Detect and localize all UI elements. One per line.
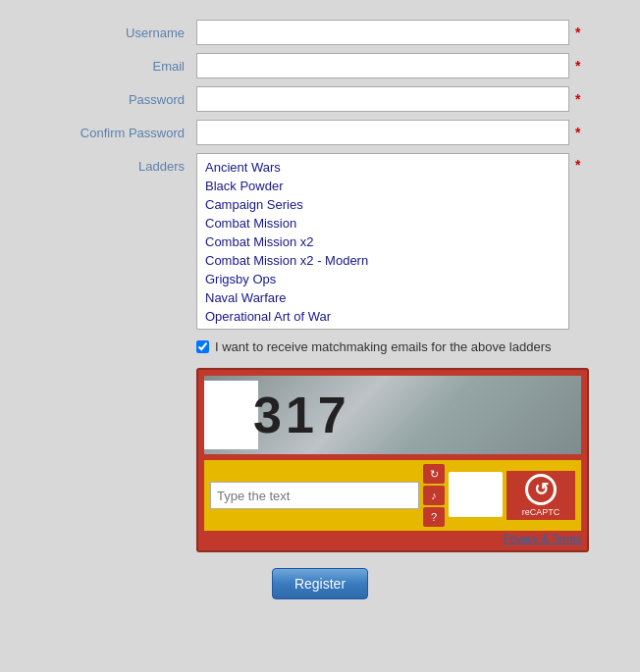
- email-row: Email *: [20, 53, 620, 78]
- recaptcha-image: 317: [204, 376, 581, 454]
- recaptcha-white-box: [204, 381, 258, 449]
- confirm-password-required: *: [575, 125, 580, 140]
- recaptcha-logo-text: reCAPTC: [522, 507, 560, 517]
- confirm-password-row: Confirm Password *: [20, 120, 620, 145]
- confirm-password-input[interactable]: [196, 120, 569, 145]
- username-label: Username: [20, 26, 196, 40]
- email-input-wrapper: *: [196, 53, 620, 78]
- ladder-item[interactable]: Operational Art of War: [197, 307, 568, 326]
- confirm-password-input-wrapper: *: [196, 120, 620, 145]
- ladders-label: Ladders: [20, 153, 196, 174]
- ladder-item[interactable]: Combat Mission x2 - Modern: [197, 251, 568, 270]
- privacy-terms-link[interactable]: Privacy & Terms: [204, 533, 581, 544]
- recaptcha-icon-buttons: ↻ ♪ ?: [423, 464, 445, 527]
- recaptcha-logo: ↺ reCAPTC: [507, 471, 575, 520]
- recaptcha-logo-circle: ↺: [525, 474, 557, 505]
- ladders-row: Ladders Ancient WarsBlack PowderCampaign…: [20, 153, 620, 330]
- ladder-item[interactable]: Ancient Wars: [197, 158, 568, 177]
- password-input[interactable]: [196, 86, 569, 112]
- recaptcha-logo-arrow: ↺: [534, 479, 549, 500]
- password-required: *: [575, 91, 580, 107]
- recaptcha-audio-button[interactable]: ♪: [423, 486, 445, 505]
- ladders-required: *: [575, 157, 580, 173]
- matchmaking-checkbox[interactable]: [196, 340, 209, 353]
- ladder-item[interactable]: Grigsby Ops: [197, 270, 568, 288]
- password-input-wrapper: *: [196, 86, 620, 112]
- password-label: Password: [20, 92, 196, 107]
- recaptcha-container: 317 ↻ ♪ ? ↺ reCAPTC Privacy & Terms: [196, 368, 589, 552]
- recaptcha-help-button[interactable]: ?: [423, 507, 445, 527]
- username-input-wrapper: *: [196, 20, 620, 45]
- recaptcha-white-right: [449, 472, 503, 517]
- ladders-listbox[interactable]: Ancient WarsBlack PowderCampaign SeriesC…: [196, 153, 569, 330]
- username-required: *: [575, 25, 580, 40]
- recaptcha-number: 317: [253, 386, 350, 444]
- matchmaking-label[interactable]: I want to receive matchmaking emails for…: [215, 339, 552, 354]
- username-input[interactable]: [196, 20, 569, 45]
- ladders-listbox-inner[interactable]: Ancient WarsBlack PowderCampaign SeriesC…: [197, 154, 568, 329]
- recaptcha-text-input[interactable]: [210, 482, 419, 509]
- email-input[interactable]: [196, 53, 569, 78]
- ladder-item[interactable]: Naval Warfare: [197, 288, 568, 307]
- password-row: Password *: [20, 86, 620, 112]
- email-required: *: [575, 58, 580, 74]
- ladders-select-wrapper: Ancient WarsBlack PowderCampaign SeriesC…: [196, 153, 580, 330]
- email-label: Email: [20, 59, 196, 74]
- username-row: Username *: [20, 20, 620, 45]
- recaptcha-refresh-button[interactable]: ↻: [423, 464, 445, 484]
- register-row: Register: [20, 568, 620, 599]
- ladder-item[interactable]: Campaign Series: [197, 195, 568, 214]
- register-button[interactable]: Register: [272, 568, 368, 599]
- recaptcha-bottom: ↻ ♪ ? ↺ reCAPTC: [204, 460, 581, 531]
- ladder-item[interactable]: Black Powder: [197, 177, 568, 195]
- confirm-password-label: Confirm Password: [20, 126, 196, 140]
- ladder-item[interactable]: Panzer Battles: [197, 326, 568, 329]
- ladder-item[interactable]: Combat Mission: [197, 214, 568, 233]
- ladder-item[interactable]: Combat Mission x2: [197, 233, 568, 251]
- registration-form: Username * Email * Password * Confirm Pa…: [0, 10, 640, 619]
- matchmaking-checkbox-row: I want to receive matchmaking emails for…: [196, 339, 620, 354]
